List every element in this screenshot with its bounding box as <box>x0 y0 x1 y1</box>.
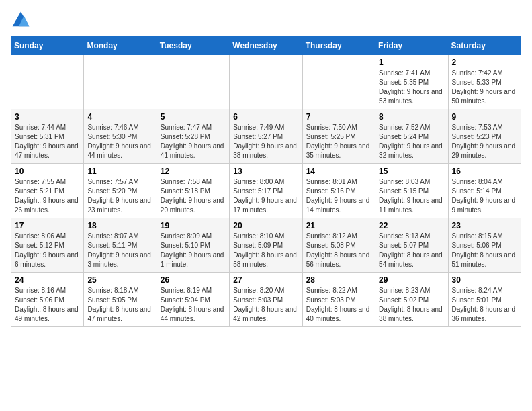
weekday-header-monday: Monday <box>84 37 157 55</box>
day-info: Sunrise: 7:49 AMSunset: 5:27 PMDaylight:… <box>233 123 298 161</box>
day-info: Sunrise: 8:10 AMSunset: 5:09 PMDaylight:… <box>233 232 298 269</box>
day-info: Sunrise: 7:53 AMSunset: 5:23 PMDaylight:… <box>452 123 517 161</box>
day-number: 24 <box>15 275 80 285</box>
calendar-cell: 16Sunrise: 8:04 AMSunset: 5:14 PMDayligh… <box>448 164 521 218</box>
day-number: 2 <box>452 58 517 67</box>
calendar-cell: 3Sunrise: 7:44 AMSunset: 5:31 PMDaylight… <box>11 109 84 164</box>
calendar-week-row: 1Sunrise: 7:41 AMSunset: 5:35 PMDaylight… <box>11 55 521 109</box>
day-number: 14 <box>306 167 371 176</box>
day-info: Sunrise: 7:46 AMSunset: 5:30 PMDaylight:… <box>87 123 152 161</box>
day-info: Sunrise: 7:55 AMSunset: 5:21 PMDaylight:… <box>15 177 80 215</box>
day-info: Sunrise: 7:44 AMSunset: 5:31 PMDaylight:… <box>15 123 80 161</box>
calendar-cell: 24Sunrise: 8:16 AMSunset: 5:06 PMDayligh… <box>11 273 84 327</box>
weekday-header-friday: Friday <box>375 37 448 55</box>
calendar-table: SundayMondayTuesdayWednesdayThursdayFrid… <box>11 36 521 327</box>
day-number: 25 <box>87 275 152 285</box>
logo-icon <box>11 11 31 30</box>
calendar-cell: 27Sunrise: 8:20 AMSunset: 5:03 PMDayligh… <box>230 273 302 327</box>
day-info: Sunrise: 7:52 AMSunset: 5:24 PMDaylight:… <box>379 123 444 161</box>
calendar-cell: 11Sunrise: 7:57 AMSunset: 5:20 PMDayligh… <box>84 164 157 218</box>
calendar-cell: 20Sunrise: 8:10 AMSunset: 5:09 PMDayligh… <box>230 218 302 273</box>
weekday-header-row: SundayMondayTuesdayWednesdayThursdayFrid… <box>11 37 521 55</box>
day-info: Sunrise: 8:24 AMSunset: 5:01 PMDaylight:… <box>452 286 517 324</box>
calendar-cell: 1Sunrise: 7:41 AMSunset: 5:35 PMDaylight… <box>375 55 448 109</box>
calendar-cell: 28Sunrise: 8:22 AMSunset: 5:03 PMDayligh… <box>302 273 375 327</box>
day-number: 3 <box>15 112 80 122</box>
day-number: 20 <box>233 221 298 230</box>
calendar-week-row: 17Sunrise: 8:06 AMSunset: 5:12 PMDayligh… <box>11 218 521 273</box>
day-number: 22 <box>379 221 444 230</box>
page-header <box>11 11 521 30</box>
day-info: Sunrise: 8:12 AMSunset: 5:08 PMDaylight:… <box>306 232 371 269</box>
calendar-cell: 13Sunrise: 8:00 AMSunset: 5:17 PMDayligh… <box>230 164 302 218</box>
day-info: Sunrise: 8:18 AMSunset: 5:05 PMDaylight:… <box>87 286 152 324</box>
day-info: Sunrise: 8:04 AMSunset: 5:14 PMDaylight:… <box>452 177 517 215</box>
calendar-cell: 22Sunrise: 8:13 AMSunset: 5:07 PMDayligh… <box>375 218 448 273</box>
calendar-cell: 21Sunrise: 8:12 AMSunset: 5:08 PMDayligh… <box>302 218 375 273</box>
calendar-cell: 25Sunrise: 8:18 AMSunset: 5:05 PMDayligh… <box>84 273 157 327</box>
day-number: 30 <box>452 275 517 285</box>
calendar-cell: 18Sunrise: 8:07 AMSunset: 5:11 PMDayligh… <box>84 218 157 273</box>
day-info: Sunrise: 8:00 AMSunset: 5:17 PMDaylight:… <box>233 177 298 215</box>
day-info: Sunrise: 7:50 AMSunset: 5:25 PMDaylight:… <box>306 123 371 161</box>
day-number: 12 <box>161 167 226 176</box>
calendar-cell: 9Sunrise: 7:53 AMSunset: 5:23 PMDaylight… <box>448 109 521 164</box>
calendar-cell: 4Sunrise: 7:46 AMSunset: 5:30 PMDaylight… <box>84 109 157 164</box>
calendar-cell <box>157 55 229 109</box>
day-number: 28 <box>306 275 371 285</box>
weekday-header-wednesday: Wednesday <box>230 37 302 55</box>
day-info: Sunrise: 8:01 AMSunset: 5:16 PMDaylight:… <box>306 177 371 215</box>
day-number: 26 <box>161 275 226 285</box>
weekday-header-saturday: Saturday <box>448 37 521 55</box>
day-info: Sunrise: 8:15 AMSunset: 5:06 PMDaylight:… <box>452 232 517 269</box>
day-number: 18 <box>87 221 152 230</box>
weekday-header-tuesday: Tuesday <box>157 37 229 55</box>
day-number: 8 <box>379 112 444 122</box>
calendar-week-row: 24Sunrise: 8:16 AMSunset: 5:06 PMDayligh… <box>11 273 521 327</box>
calendar-cell: 19Sunrise: 8:09 AMSunset: 5:10 PMDayligh… <box>157 218 229 273</box>
calendar-cell: 8Sunrise: 7:52 AMSunset: 5:24 PMDaylight… <box>375 109 448 164</box>
day-info: Sunrise: 8:06 AMSunset: 5:12 PMDaylight:… <box>15 232 80 269</box>
day-info: Sunrise: 8:20 AMSunset: 5:03 PMDaylight:… <box>233 286 298 324</box>
day-info: Sunrise: 8:22 AMSunset: 5:03 PMDaylight:… <box>306 286 371 324</box>
day-number: 29 <box>379 275 444 285</box>
day-number: 21 <box>306 221 371 230</box>
calendar-cell: 23Sunrise: 8:15 AMSunset: 5:06 PMDayligh… <box>448 218 521 273</box>
calendar-cell <box>11 55 84 109</box>
weekday-header-sunday: Sunday <box>11 37 84 55</box>
day-number: 17 <box>15 221 80 230</box>
calendar-cell: 7Sunrise: 7:50 AMSunset: 5:25 PMDaylight… <box>302 109 375 164</box>
calendar-cell <box>84 55 157 109</box>
weekday-header-thursday: Thursday <box>302 37 375 55</box>
calendar-cell: 2Sunrise: 7:42 AMSunset: 5:33 PMDaylight… <box>448 55 521 109</box>
calendar-cell: 14Sunrise: 8:01 AMSunset: 5:16 PMDayligh… <box>302 164 375 218</box>
day-info: Sunrise: 8:03 AMSunset: 5:15 PMDaylight:… <box>379 177 444 215</box>
day-number: 11 <box>87 167 152 176</box>
calendar-cell: 12Sunrise: 7:58 AMSunset: 5:18 PMDayligh… <box>157 164 229 218</box>
day-number: 7 <box>306 112 371 122</box>
day-info: Sunrise: 7:42 AMSunset: 5:33 PMDaylight:… <box>452 68 517 106</box>
day-info: Sunrise: 8:13 AMSunset: 5:07 PMDaylight:… <box>379 232 444 269</box>
calendar-cell: 26Sunrise: 8:19 AMSunset: 5:04 PMDayligh… <box>157 273 229 327</box>
logo <box>11 11 32 30</box>
day-info: Sunrise: 7:41 AMSunset: 5:35 PMDaylight:… <box>379 68 444 106</box>
day-info: Sunrise: 8:23 AMSunset: 5:02 PMDaylight:… <box>379 286 444 324</box>
calendar-week-row: 3Sunrise: 7:44 AMSunset: 5:31 PMDaylight… <box>11 109 521 164</box>
day-number: 23 <box>452 221 517 230</box>
day-info: Sunrise: 7:47 AMSunset: 5:28 PMDaylight:… <box>161 123 226 161</box>
day-number: 19 <box>161 221 226 230</box>
day-number: 4 <box>87 112 152 122</box>
calendar-cell: 6Sunrise: 7:49 AMSunset: 5:27 PMDaylight… <box>230 109 302 164</box>
calendar-cell: 10Sunrise: 7:55 AMSunset: 5:21 PMDayligh… <box>11 164 84 218</box>
day-info: Sunrise: 8:09 AMSunset: 5:10 PMDaylight:… <box>161 232 226 269</box>
day-number: 15 <box>379 167 444 176</box>
calendar-cell: 15Sunrise: 8:03 AMSunset: 5:15 PMDayligh… <box>375 164 448 218</box>
day-number: 6 <box>233 112 298 122</box>
day-info: Sunrise: 8:07 AMSunset: 5:11 PMDaylight:… <box>87 232 152 269</box>
calendar-cell: 30Sunrise: 8:24 AMSunset: 5:01 PMDayligh… <box>448 273 521 327</box>
calendar-cell <box>302 55 375 109</box>
calendar-cell: 29Sunrise: 8:23 AMSunset: 5:02 PMDayligh… <box>375 273 448 327</box>
day-info: Sunrise: 7:58 AMSunset: 5:18 PMDaylight:… <box>161 177 226 215</box>
day-number: 27 <box>233 275 298 285</box>
calendar-cell: 5Sunrise: 7:47 AMSunset: 5:28 PMDaylight… <box>157 109 229 164</box>
